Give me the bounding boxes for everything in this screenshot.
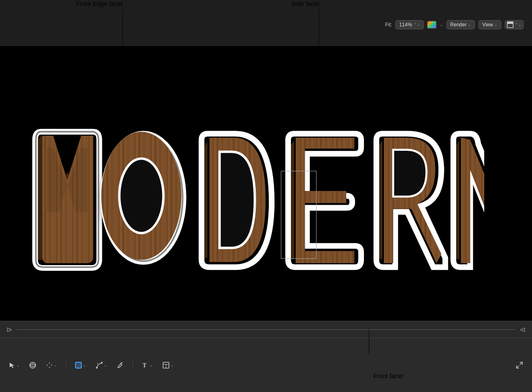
text-tool-button[interactable]: T ⌄ <box>139 360 156 371</box>
window-button[interactable]: ⌃⌄ <box>505 20 524 29</box>
color-picker-swatch[interactable] <box>427 21 436 28</box>
arrow-icon <box>9 362 16 369</box>
shape-chevron-icon: ⌄ <box>83 363 86 367</box>
letter-D <box>201 134 271 267</box>
layout-tool-button[interactable]: ⌄ <box>160 360 176 371</box>
text-chevron-icon: ⌄ <box>150 363 153 367</box>
view-button[interactable]: View ⌄ <box>478 20 501 29</box>
svg-point-21 <box>96 367 98 369</box>
svg-line-25 <box>121 362 122 364</box>
view-label: View <box>482 22 493 28</box>
select-chevron-icon: ⌄ <box>16 363 20 367</box>
svg-rect-20 <box>75 362 81 368</box>
view-chevron-icon: ⌄ <box>494 23 498 27</box>
svg-marker-16 <box>10 363 14 368</box>
pan-tool-button[interactable]: ⌄ <box>43 360 60 371</box>
pan-icon <box>46 361 53 369</box>
letter-M <box>35 132 99 268</box>
bezier-icon <box>96 361 103 369</box>
layout-icon <box>162 361 170 369</box>
bezier-tool-button[interactable]: ⌄ <box>93 360 110 371</box>
render-chevron-icon: ⌄ <box>468 23 471 27</box>
svg-text:T: T <box>143 362 147 369</box>
fit-chevron-icon: ⌃⌄ <box>413 23 420 27</box>
fit-value-button[interactable]: 114% ⌃⌄ <box>395 20 424 29</box>
playhead-bar: ⊳ ⊲ <box>0 321 532 338</box>
top-toolbar: Fit: 114% ⌃⌄ ⌄ Render ⌄ View ⌄ ⌃⌄ <box>385 20 524 29</box>
select-tool-button[interactable]: ⌄ <box>6 360 22 370</box>
canvas-inner <box>0 46 532 338</box>
bottom-toolbar: ⌄ ⌄ ⌄ <box>0 338 532 392</box>
fit-label: Fit: <box>385 22 392 28</box>
color-chevron-icon: ⌄ <box>440 23 443 27</box>
front-edge-annotation-line <box>122 9 123 46</box>
shape-icon <box>75 361 82 369</box>
playhead-left-icon[interactable]: ⊳ <box>6 325 13 334</box>
fullscreen-icon <box>516 361 523 369</box>
timeline-track[interactable] <box>17 329 515 330</box>
layout-chevron-icon: ⌄ <box>171 363 174 367</box>
pan-chevron-icon: ⌄ <box>54 363 57 367</box>
paint-icon <box>117 361 124 369</box>
render-button[interactable]: Render ⌄ <box>446 20 475 29</box>
render-label: Render <box>450 22 467 28</box>
front-edge-facet-label: Front Edge facet <box>76 0 123 7</box>
modern-text-svg <box>23 87 484 297</box>
svg-point-15 <box>120 160 162 232</box>
playhead-right-icon[interactable]: ⊲ <box>519 325 526 334</box>
side-annotation-line <box>319 9 319 46</box>
modern-text <box>23 87 484 297</box>
orbit-icon <box>29 361 36 369</box>
canvas-area[interactable] <box>0 46 532 338</box>
svg-rect-1 <box>507 22 513 24</box>
divider-2 <box>132 361 133 370</box>
window-icon <box>507 21 514 28</box>
paint-tool-button[interactable] <box>114 360 127 371</box>
orbit-tool-button[interactable] <box>26 360 39 371</box>
svg-point-23 <box>97 363 99 364</box>
letter-O <box>101 132 183 262</box>
fit-percentage: 114% <box>399 22 412 28</box>
svg-point-24 <box>101 363 102 364</box>
letter-R <box>376 134 445 267</box>
text-icon: T <box>141 361 149 369</box>
side-facet-label: Side facet <box>291 0 319 7</box>
bezier-chevron-icon: ⌄ <box>104 363 107 367</box>
fullscreen-button[interactable] <box>513 360 526 371</box>
shape-tool-button[interactable]: ⌄ <box>72 360 89 371</box>
divider-1 <box>66 361 66 370</box>
toolbar-row-main: ⌄ ⌄ ⌄ <box>0 338 532 392</box>
window-chevron-icon: ⌃⌄ <box>515 23 522 27</box>
letter-N <box>453 134 484 267</box>
letter-E <box>288 134 361 267</box>
